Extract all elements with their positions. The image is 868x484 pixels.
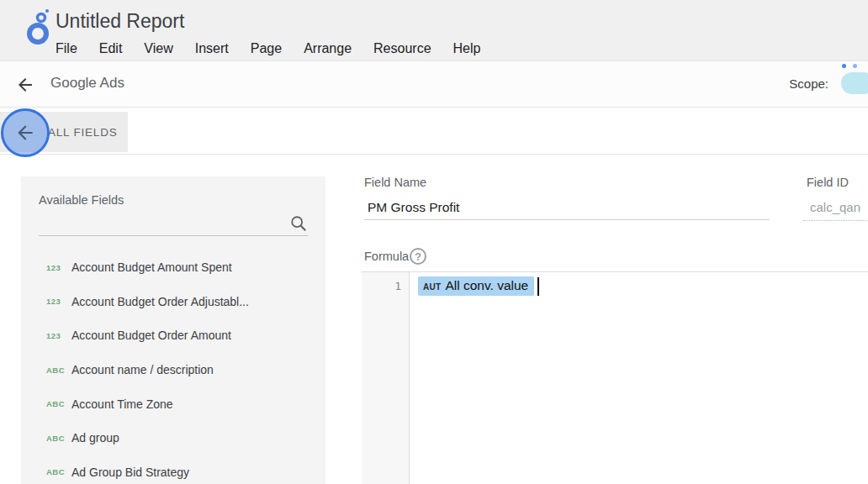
editor-gutter: 1 — [362, 272, 410, 484]
tab-bar: ALL FIELDS — [0, 108, 868, 155]
line-number: 1 — [394, 280, 401, 292]
list-item[interactable]: ABC Account Time Zone — [21, 387, 326, 421]
numeric-type-icon: 123 — [46, 263, 71, 272]
back-arrow-icon[interactable] — [15, 75, 35, 95]
report-title[interactable]: Untitled Report — [56, 10, 184, 33]
field-id-value[interactable]: calc_qan — [803, 195, 868, 220]
numeric-type-icon: 123 — [46, 331, 71, 340]
formula-code-area[interactable]: AUT All conv. value — [410, 272, 868, 484]
search-icon[interactable] — [289, 214, 308, 233]
looker-studio-window: Untitled Report File Edit View Insert Pa… — [0, 0, 868, 484]
formula-editor[interactable]: 1 AUT All conv. value — [362, 271, 868, 484]
mini-dot-icon — [842, 64, 846, 68]
auto-type-icon: AUT — [423, 282, 441, 292]
menu-file[interactable]: File — [56, 39, 77, 58]
field-id-wrap: calc_qan — [803, 195, 868, 221]
text-type-icon: ABC — [46, 366, 71, 375]
back-arrow-icon — [14, 122, 36, 144]
numeric-type-icon: 123 — [46, 297, 71, 306]
field-name-input[interactable] — [364, 195, 770, 219]
mini-dot-icon — [853, 64, 857, 68]
field-name-wrap — [364, 195, 770, 220]
menu-page[interactable]: Page — [251, 39, 282, 58]
menu-insert[interactable]: Insert — [195, 39, 229, 58]
list-item[interactable]: ABC Ad Group Bid Strategy — [21, 455, 326, 484]
available-fields-panel: Available Fields 123 Account Budget Amou… — [21, 176, 326, 484]
text-type-icon: ABC — [46, 467, 71, 476]
datasource-name: Google Ads — [50, 75, 124, 92]
click-highlight-back-button[interactable] — [1, 108, 50, 157]
list-item[interactable]: ABC Ad group — [21, 421, 326, 455]
data-studio-logo-icon[interactable] — [20, 7, 54, 47]
field-chip[interactable]: AUT All conv. value — [418, 276, 534, 296]
menu-view[interactable]: View — [144, 39, 172, 58]
available-fields-title: Available Fields — [39, 193, 124, 207]
scope-toggle[interactable] — [841, 72, 868, 94]
scope-label: Scope: — [789, 76, 828, 91]
datasource-bar: Google Ads Scope: — [0, 62, 868, 108]
field-name-label: Field Name — [364, 176, 426, 189]
formula-line: AUT All conv. value — [418, 276, 539, 296]
formula-label: Formula — [364, 250, 409, 263]
list-item[interactable]: ABC Account name / description — [21, 353, 326, 387]
menu-resource[interactable]: Resource — [373, 39, 431, 58]
list-item[interactable]: 123 Account Budget Order Amount — [21, 318, 326, 353]
field-list: 123 Account Budget Amount Spent 123 Acco… — [21, 250, 326, 484]
app-header: Untitled Report File Edit View Insert Pa… — [0, 0, 868, 61]
search-input[interactable] — [39, 213, 283, 235]
help-icon[interactable]: ? — [410, 248, 426, 265]
list-item[interactable]: 123 Account Budget Amount Spent — [21, 250, 326, 285]
tab-all-fields-label: ALL FIELDS — [48, 126, 118, 139]
text-cursor — [537, 277, 539, 296]
text-type-icon: ABC — [46, 399, 71, 408]
menu-edit[interactable]: Edit — [99, 39, 123, 58]
menu-help[interactable]: Help — [453, 39, 481, 58]
search-field-row — [39, 213, 308, 236]
field-id-label: Field ID — [807, 176, 849, 189]
menu-arrange[interactable]: Arrange — [304, 39, 352, 58]
menubar: File Edit View Insert Page Arrange Resou… — [56, 39, 480, 58]
text-type-icon: ABC — [46, 434, 71, 443]
list-item[interactable]: 123 Account Budget Order Adjustabl... — [21, 285, 326, 319]
